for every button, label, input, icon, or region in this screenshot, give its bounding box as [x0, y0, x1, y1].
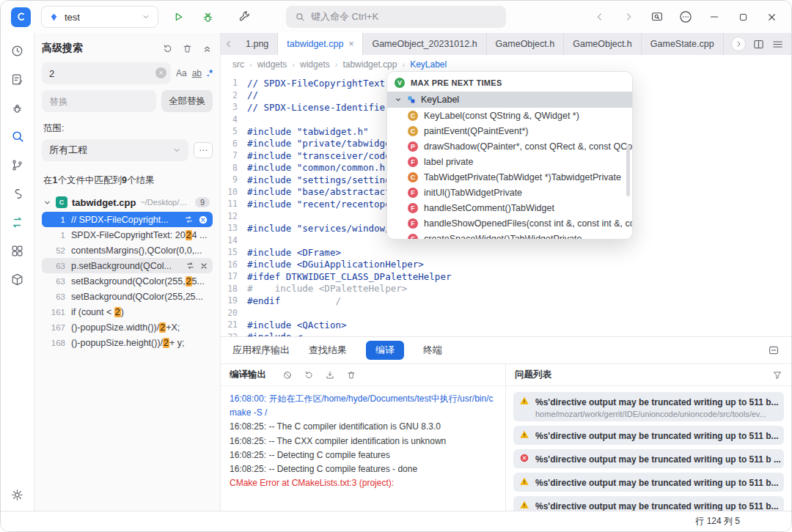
editor-tab[interactable]: GameState.cpp	[642, 33, 724, 55]
problem-row[interactable]: %s'directive output may be truncated wri…	[513, 496, 784, 511]
editor-tab[interactable]: GameObject.h	[487, 33, 565, 55]
line-number[interactable]: 4	[221, 114, 247, 125]
popup-item[interactable]: FhandleSetComment()TabWidget	[387, 200, 632, 215]
export-output-icon[interactable]	[325, 370, 335, 380]
replace-input[interactable]	[42, 90, 156, 112]
code-line[interactable]: #include "settings/settings	[247, 174, 396, 185]
popup-item[interactable]: CpaintEvent(QPaintEvent*)	[387, 123, 632, 138]
search-result-row[interactable]: 168 ()-popupSize.height())/2+ y;	[42, 335, 213, 350]
problem-row[interactable]: %s'directive output may be truncated wri…	[513, 449, 784, 468]
replace-all-button[interactable]: 全部替换	[161, 90, 213, 112]
breadcrumb-item[interactable]: widgets	[257, 59, 287, 70]
search-result-row[interactable]: 52 contentsMargins(),QColor(0,0,...	[42, 243, 213, 258]
collapse-panel-icon[interactable]	[768, 344, 780, 356]
tools-button[interactable]	[235, 7, 254, 26]
tabs-scroll-left-icon[interactable]	[221, 33, 237, 55]
files-edit-icon[interactable]	[9, 70, 26, 88]
editor-tab[interactable]: 1.png	[237, 33, 278, 55]
match-case-toggle[interactable]: Aa	[176, 68, 187, 78]
replace-one-icon[interactable]	[184, 215, 194, 224]
scope-dropdown[interactable]: 所有工程	[42, 139, 188, 161]
extensions-icon[interactable]	[9, 242, 26, 259]
snippet-icon[interactable]	[9, 185, 26, 202]
code-line[interactable]: // SPDX-License-Identifier:	[247, 102, 402, 113]
tab-close-icon[interactable]: ×	[348, 40, 353, 48]
code-line[interactable]: #include <	[247, 331, 302, 336]
code-review-icon[interactable]	[9, 213, 26, 231]
line-number[interactable]: 20	[221, 308, 247, 318]
search-input[interactable]	[42, 62, 171, 84]
history-icon[interactable]	[9, 42, 26, 59]
git-branch-icon[interactable]	[9, 156, 26, 174]
line-number[interactable]: 3	[221, 102, 247, 112]
code-line[interactable]: #include "base/abstractacti	[247, 186, 396, 197]
tab-terminal[interactable]: 终端	[423, 344, 442, 357]
search-result-row[interactable]: 1 SPDX-FileCopyrightText: 2024 ...	[42, 227, 213, 243]
project-selector[interactable]: test	[41, 6, 158, 28]
settings-gear-icon[interactable]	[9, 486, 26, 503]
popup-scrollbar[interactable]	[626, 145, 630, 196]
code-line[interactable]: //	[247, 89, 258, 100]
debug-button[interactable]	[198, 7, 217, 26]
tab-list-menu-icon[interactable]	[771, 38, 784, 51]
tab-app-output[interactable]: 应用程序输出	[232, 344, 290, 357]
code-line[interactable]: #ifdef DTKWIDGET_CLASS_DPaletteHelper	[247, 271, 451, 282]
line-number[interactable]: 8	[221, 163, 247, 173]
tab-compile[interactable]: 编译	[366, 341, 404, 360]
breadcrumb-item[interactable]: tabwidget.cpp	[342, 59, 397, 70]
search-result-row[interactable]: 1 // SPDX-FileCopyright...	[42, 212, 213, 227]
popup-item[interactable]: CKeyLabel(const QString &, QWidget *)	[387, 108, 632, 123]
maximize-button[interactable]	[733, 7, 752, 26]
code-line[interactable]: #include "transceiver/codee	[247, 150, 396, 161]
code-line[interactable]: #include <QAction>	[247, 319, 346, 330]
popup-selected-item[interactable]: KeyLabel	[387, 92, 632, 108]
delete-output-icon[interactable]	[346, 370, 356, 380]
forward-button[interactable]	[619, 7, 638, 26]
split-editor-icon[interactable]	[752, 38, 765, 51]
editor-tab[interactable]: GameObject_20231012.h	[363, 33, 486, 55]
run-button[interactable]	[169, 7, 188, 26]
minimize-button[interactable]	[705, 7, 724, 26]
close-button[interactable]	[762, 7, 781, 26]
breadcrumb-item[interactable]: src	[232, 59, 244, 70]
dismiss-result-icon[interactable]	[199, 262, 208, 270]
editor-tab[interactable]: GameObject.h	[564, 33, 642, 55]
line-number[interactable]: 16	[221, 259, 247, 270]
clear-output-icon[interactable]	[282, 370, 293, 380]
code-line[interactable]: #include "recent/recentopen	[247, 199, 396, 210]
refresh-output-icon[interactable]	[304, 370, 314, 380]
line-number[interactable]: 9	[221, 174, 247, 185]
filter-icon[interactable]	[772, 370, 782, 380]
line-number[interactable]: 2	[221, 90, 247, 100]
line-number[interactable]: 18	[221, 284, 247, 294]
code-line[interactable]: #include "services/window/w	[247, 223, 396, 234]
line-number[interactable]: 5	[221, 126, 247, 136]
line-number[interactable]: 6	[221, 138, 247, 149]
code-line[interactable]: #include "private/tabwidget	[247, 138, 396, 149]
debug-panel-icon[interactable]	[9, 99, 26, 117]
dismiss-result-icon[interactable]	[198, 215, 208, 225]
line-number[interactable]: 15	[221, 247, 247, 257]
code-line[interactable]: // SPDX-FileCopyrightText: 2	[247, 78, 402, 89]
clear-input-icon[interactable]: ×	[155, 67, 166, 78]
breadcrumb-item-symbol[interactable]: KeyLabel	[410, 59, 447, 70]
line-number[interactable]: 19	[221, 295, 247, 306]
line-number[interactable]: 1	[221, 78, 247, 88]
problem-row[interactable]: %s'directive output may be truncated wri…	[513, 426, 784, 445]
package-icon[interactable]	[9, 270, 26, 288]
popup-item[interactable]: FcreateSpaceWidget()TabWidgetPrivate	[387, 231, 632, 240]
search-result-row[interactable]: 167 ()-popupSize.width())/2+X;	[42, 319, 213, 335]
code-line[interactable]: #include "tabwidget.h"	[247, 126, 369, 137]
collapse-all-icon[interactable]	[202, 43, 213, 54]
editor-tab-active[interactable]: tabwidget.cpp ×	[278, 33, 363, 55]
code-line[interactable]: #include "common/common.h"	[247, 162, 391, 173]
code-line[interactable]: # include <DPaletteHelper>	[247, 283, 407, 294]
search-result-row[interactable]: 63 setBackground(QColor(255,25...	[42, 289, 213, 304]
code-line[interactable]: #include <DGuiApplicationHelper>	[247, 259, 424, 270]
line-number[interactable]: 17	[221, 271, 247, 281]
code-line[interactable]: #include <DFrame>	[247, 247, 341, 258]
problem-row[interactable]: %s'directive output may be truncated wri…	[513, 473, 784, 492]
popup-item[interactable]: FinitUl()TabWidgetPrivate	[387, 185, 632, 200]
problem-row[interactable]: %s'directive output may be truncated wri…	[513, 392, 784, 421]
breadcrumb-item[interactable]: widgets	[300, 59, 330, 70]
